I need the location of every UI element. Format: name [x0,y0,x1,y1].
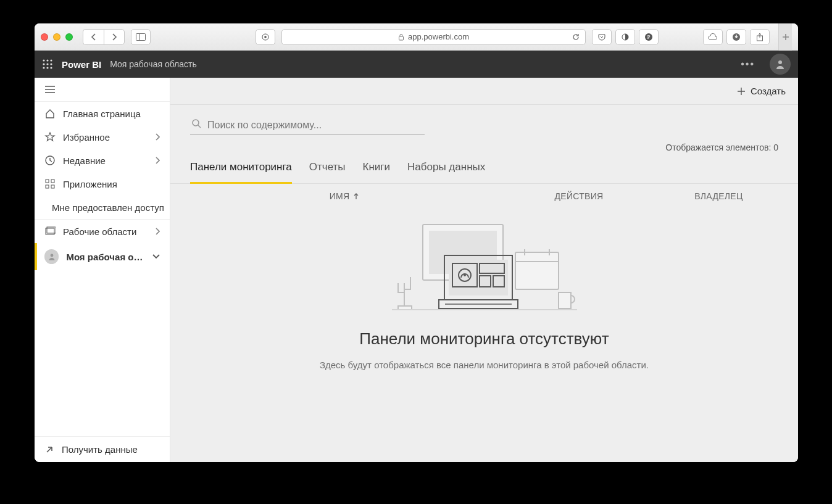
app-launcher-icon[interactable] [42,59,53,70]
sort-asc-icon [353,192,359,200]
sidebar-item-label: Недавние [63,155,106,166]
workspace-avatar-icon [44,249,59,264]
sidebar-item-recent[interactable]: Недавние [35,149,170,172]
home-icon [44,108,56,119]
svg-point-14 [46,63,48,65]
address-bar[interactable]: app.powerbi.com [281,29,586,45]
url-text: app.powerbi.com [408,32,469,41]
clock-icon [44,155,56,166]
sidebar-toggle-button[interactable] [131,29,151,45]
sidebar-item-favorites[interactable]: Избранное [35,125,170,149]
share-button[interactable] [750,29,770,45]
sidebar-icon [136,33,146,41]
ext-button-2[interactable] [615,29,635,45]
sidebar-item-label: Приложения [63,179,117,189]
apps-icon [44,178,56,189]
svg-rect-38 [559,292,571,308]
more-options-button[interactable]: ••• [734,55,761,73]
svg-point-16 [43,67,44,68]
svg-rect-23 [46,185,49,188]
browser-window: app.powerbi.com P Power BI Моя рабочая о… [35,23,798,462]
search-input[interactable] [190,116,425,135]
empty-state: Панели мониторинга отсутствуют Здесь буд… [170,201,798,389]
sidebar-item-label: Избранное [63,132,110,143]
main-content: Создать Отображается элементов: 0 Панели… [170,78,798,462]
svg-point-17 [46,67,48,68]
sidebar-item-home[interactable]: Главная страница [35,102,170,125]
cloud-button[interactable] [703,29,723,45]
window-controls [41,33,73,41]
pinterest-ext-button[interactable]: P [639,29,659,45]
svg-point-10 [43,59,44,61]
svg-point-19 [778,60,782,64]
sidebar-item-label: Мне предоставлен доступ [52,202,164,213]
sidebar-item-label: Главная страница [63,109,141,119]
chevron-right-icon [155,133,160,141]
sidebar-item-shared[interactable]: Мне предоставлен доступ [35,196,170,219]
svg-point-3 [264,36,267,38]
pocket-icon [597,33,606,41]
chevron-left-icon [91,33,97,41]
items-count-label: Отображается элементов: 0 [665,143,778,152]
column-owner: ВЛАДЕЛЕЦ [659,191,778,201]
sidebar-item-workspaces[interactable]: Рабочие области [35,220,170,243]
content-tabs: Панели мониторинга Отчеты Книги Наборы д… [170,152,798,184]
get-data-label: Получить данные [62,444,138,455]
tab-dashboards[interactable]: Панели мониторинга [190,152,292,184]
close-window-button[interactable] [41,33,48,41]
get-data-button[interactable]: Получить данные [35,436,170,462]
svg-point-13 [43,63,44,65]
downloads-button[interactable] [726,29,746,45]
svg-point-12 [50,59,52,61]
person-icon [775,59,786,70]
reload-icon[interactable] [572,33,580,41]
svg-rect-41 [449,260,508,295]
column-name[interactable]: ИМЯ [190,191,499,201]
search-icon [191,118,202,130]
empty-illustration-icon [386,218,583,311]
app-name[interactable]: Power BI [62,59,101,70]
pinterest-icon: P [644,33,653,41]
command-bar: Создать [170,78,798,105]
swirl-icon [621,33,630,41]
arrow-out-icon [44,445,54,455]
tab-reports[interactable]: Отчеты [309,152,346,183]
tab-workbooks[interactable]: Книги [363,152,390,183]
empty-title: Панели мониторинга отсутствуют [359,329,609,349]
column-headers: ИМЯ ДЕЙСТВИЯ ВЛАДЕЛЕЦ [170,184,798,201]
chevron-right-icon [111,33,117,41]
browser-titlebar: app.powerbi.com P [35,23,798,51]
sidebar: Главная страница Избранное Недавние Прил… [35,78,170,462]
share-icon [756,33,763,41]
lock-icon [398,33,404,41]
new-tab-button[interactable] [778,23,792,51]
workspace-breadcrumb[interactable]: Моя рабочая область [110,59,197,69]
create-button[interactable]: Создать [737,86,786,96]
empty-subtitle: Здесь будут отображаться все панели мони… [320,358,649,371]
pocket-ext-button[interactable] [592,29,612,45]
zoom-window-button[interactable] [65,33,73,41]
svg-rect-34 [515,252,559,289]
minimize-window-button[interactable] [53,33,60,41]
svg-rect-22 [51,180,54,183]
svg-point-44 [464,274,466,276]
svg-rect-0 [136,33,146,40]
workspaces-icon [44,226,56,237]
sidebar-item-label: Рабочие области [63,226,136,237]
download-icon [732,33,741,41]
back-button[interactable] [83,29,104,45]
cloud-icon [707,33,718,41]
tab-datasets[interactable]: Наборы данных [407,152,485,183]
svg-text:P: P [647,34,650,40]
sidebar-item-apps[interactable]: Приложения [35,172,170,196]
plus-icon [737,87,746,96]
hamburger-icon [44,85,56,94]
sidebar-item-my-workspace[interactable]: Моя рабочая об... [35,243,170,270]
account-button[interactable] [770,54,791,75]
column-actions: ДЕЙСТВИЯ [499,191,659,201]
svg-point-30 [193,120,199,126]
chevron-down-icon [152,254,160,259]
sidebar-collapse-button[interactable] [35,78,170,102]
reader-settings-button[interactable] [256,29,275,45]
forward-button[interactable] [104,29,125,45]
